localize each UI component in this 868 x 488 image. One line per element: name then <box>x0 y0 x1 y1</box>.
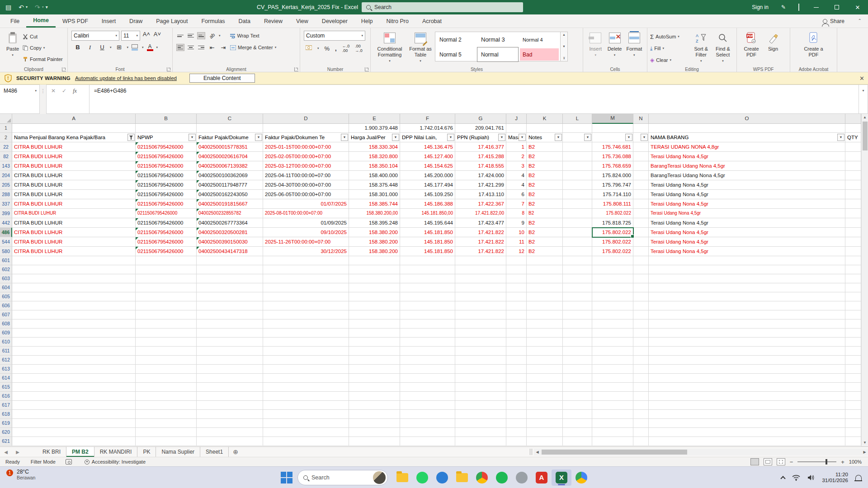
grid-cell[interactable] <box>136 419 197 428</box>
grid-cell[interactable] <box>349 319 400 328</box>
column-header-B[interactable]: B <box>136 114 197 124</box>
grid-cell[interactable] <box>845 410 861 419</box>
column-header-M[interactable]: M <box>592 114 633 124</box>
grid-cell[interactable] <box>263 410 349 419</box>
grid-cell[interactable]: Notes▼ <box>527 133 563 142</box>
grid-cell[interactable] <box>633 356 649 365</box>
grid-cell[interactable]: 158.380.200,00 <box>349 209 400 218</box>
column-header-O[interactable]: O <box>649 114 845 124</box>
grid-cell[interactable]: B2 <box>527 228 563 237</box>
grid-cell[interactable] <box>263 256 349 265</box>
grid-cell[interactable] <box>349 265 400 274</box>
grid-cell[interactable] <box>455 274 506 283</box>
grid-cell[interactable]: 158.380.200 <box>349 247 400 256</box>
grid-cell[interactable]: BarangTerasi Udang Nona 4,5gr <box>649 161 845 171</box>
align-top-icon[interactable] <box>176 32 184 39</box>
grid-cell[interactable] <box>633 171 649 180</box>
grid-cell[interactable] <box>563 437 592 446</box>
grid-cell[interactable] <box>506 338 527 347</box>
row-header-544[interactable]: 544 <box>0 237 12 247</box>
grid-cell[interactable]: 0211506795426000 <box>136 190 197 199</box>
grid-cell[interactable] <box>649 428 845 437</box>
grid-cell[interactable] <box>633 228 649 237</box>
grid-cell[interactable] <box>845 124 861 133</box>
wifi-icon[interactable] <box>792 474 800 481</box>
grid-cell[interactable]: CITRA BUDI LUHUR <box>12 199 136 209</box>
row-header-288[interactable]: 288 <box>0 190 12 199</box>
grid-cell[interactable] <box>592 301 633 310</box>
grid-cell[interactable] <box>527 265 563 274</box>
grid-cell[interactable] <box>197 310 263 319</box>
grid-cell[interactable] <box>649 347 845 356</box>
wps-sign-button[interactable]: Sign <box>763 30 783 64</box>
grid-cell[interactable]: 0211506795426000 <box>136 161 197 171</box>
grid-cell[interactable] <box>527 274 563 283</box>
grid-cell[interactable] <box>197 283 263 292</box>
grid-cell[interactable] <box>506 283 527 292</box>
grid-cell[interactable] <box>563 274 592 283</box>
grid-cell[interactable] <box>400 338 455 347</box>
grid-cell[interactable] <box>349 374 400 383</box>
grid-cell[interactable] <box>506 319 527 328</box>
grid-cell[interactable]: 17.415.288 <box>455 152 506 161</box>
grid-cell[interactable] <box>455 292 506 301</box>
grid-cell[interactable] <box>592 401 633 410</box>
grid-cell[interactable] <box>563 383 592 392</box>
grid-cell[interactable] <box>455 401 506 410</box>
grid-cell[interactable]: Terasi Udang Nona 4,5gr <box>649 190 845 199</box>
grid-cell[interactable] <box>649 401 845 410</box>
new-sheet-button[interactable]: ⊕ <box>229 447 242 457</box>
name-box-splitter[interactable]: ⋮ <box>40 84 46 114</box>
grid-cell[interactable] <box>845 301 861 310</box>
wps-create-pdf-button[interactable]: PDF+ Create PDF <box>740 30 763 64</box>
grid-cell[interactable] <box>845 356 861 365</box>
browser-icon[interactable] <box>571 469 591 486</box>
grid-cell[interactable] <box>633 319 649 328</box>
paste-button[interactable]: Paste▾ <box>3 30 23 64</box>
grid-cell[interactable]: ▼ <box>633 133 649 142</box>
grid-cell[interactable] <box>633 265 649 274</box>
grid-cell[interactable]: Terasi Udang Nona 4,5gr <box>649 180 845 190</box>
grid-cell[interactable] <box>592 428 633 437</box>
grid-cell[interactable]: 04002500020616704 <box>197 152 263 161</box>
grid-cell[interactable]: 2025-08-01T00:00:00+07:00 <box>263 209 349 218</box>
grid-cell[interactable] <box>527 328 563 338</box>
row-header-399[interactable]: 399 <box>0 209 12 218</box>
grid-cell[interactable] <box>633 365 649 374</box>
grid-cell[interactable]: 17.421.822 <box>455 237 506 247</box>
grid-cell[interactable]: Terasi Udang Nona 4,5gr <box>649 209 845 218</box>
grid-cell[interactable]: 2025-04-11T00:00:00+07:00 <box>263 171 349 180</box>
grid-cell[interactable] <box>527 410 563 419</box>
row-header-611[interactable]: 611 <box>0 347 12 356</box>
ribbon-tab-wps-pdf[interactable]: WPS PDF <box>56 14 95 28</box>
filter-dropdown-button[interactable]: ▼ <box>447 134 454 141</box>
conditional-formatting-button[interactable]: Conditional Formatting▾ <box>373 30 406 64</box>
title-search-box[interactable]: Search <box>362 2 523 12</box>
filter-dropdown-button[interactable]: ▼ <box>519 134 526 141</box>
grid-cell[interactable] <box>563 124 592 133</box>
grid-cell[interactable]: 175.746.681 <box>592 142 633 152</box>
grid-cell[interactable]: 175.802.022 <box>592 209 633 218</box>
grid-cell[interactable]: 0211506795426000 <box>136 218 197 228</box>
scroll-down-icon[interactable]: ▼ <box>862 439 868 446</box>
grid-cell[interactable] <box>506 401 527 410</box>
row-header-1[interactable]: 1 <box>0 124 12 133</box>
grid-cell[interactable] <box>136 383 197 392</box>
weather-widget[interactable]: 1 28°C Berawan <box>6 469 35 480</box>
grid-cell[interactable] <box>506 256 527 265</box>
grid-cell[interactable] <box>12 283 136 292</box>
row-header-610[interactable]: 610 <box>0 338 12 347</box>
grid-cell[interactable] <box>400 319 455 328</box>
collapse-ribbon-icon[interactable]: ⌃ <box>858 18 862 23</box>
grid-cell[interactable] <box>349 256 400 265</box>
sheet-tab-rk-mandiri[interactable]: RK MANDIRI <box>94 447 138 457</box>
grid-cell[interactable] <box>197 124 263 133</box>
grid-cell[interactable] <box>349 410 400 419</box>
grid-cell[interactable] <box>136 410 197 419</box>
grid-cell[interactable] <box>136 301 197 310</box>
grid-cell[interactable] <box>649 392 845 401</box>
grid-cell[interactable] <box>563 152 592 161</box>
grid-cell[interactable] <box>563 401 592 410</box>
grid-cell[interactable] <box>400 256 455 265</box>
macro-recording-icon[interactable] <box>66 459 72 465</box>
